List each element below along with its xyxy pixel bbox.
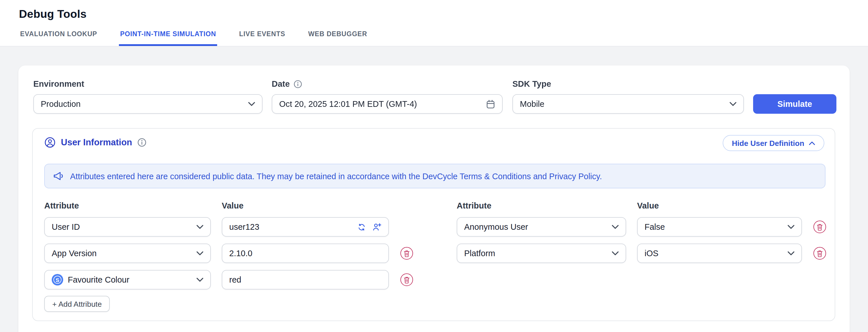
string-type-icon: S <box>52 274 63 285</box>
value-input-app-version[interactable]: 2.10.0 <box>222 244 389 263</box>
environment-select[interactable]: Production <box>33 94 262 114</box>
chevron-down-icon <box>787 251 795 255</box>
chevron-down-icon <box>248 102 255 106</box>
sdk-type-value: Mobile <box>520 99 730 109</box>
simulation-card: Environment Production Date Oct 20, 2025… <box>19 65 849 332</box>
attribute-select-favourite-colour[interactable]: S Favourite Colour <box>44 270 211 290</box>
value-input-favourite-colour[interactable]: red <box>222 270 389 290</box>
user-circle-icon <box>44 137 56 148</box>
attribute-select-user-id[interactable]: User ID <box>44 217 211 237</box>
sdk-type-select[interactable]: Mobile <box>513 94 744 114</box>
environment-value: Production <box>41 99 248 109</box>
chevron-down-icon <box>787 224 795 229</box>
simulate-button[interactable]: Simulate <box>753 94 836 114</box>
tab-evaluation-lookup[interactable]: EVALUATION LOOKUP <box>19 30 98 46</box>
date-label: Date <box>272 79 303 88</box>
trash-icon[interactable] <box>813 247 826 260</box>
value-input-user-id[interactable]: user123 <box>222 217 389 237</box>
page-title: Debug Tools <box>19 7 87 21</box>
chevron-down-icon <box>196 251 204 255</box>
hide-user-definition-button[interactable]: Hide User Definition <box>723 135 824 151</box>
megaphone-icon <box>53 171 64 182</box>
value-select-anonymous-user[interactable]: False <box>637 217 802 237</box>
chevron-down-icon <box>196 277 204 282</box>
trash-icon[interactable] <box>400 273 413 286</box>
chevron-down-icon <box>612 251 619 255</box>
chevron-down-icon <box>730 102 737 106</box>
date-input[interactable]: Oct 20, 2025 12:01 PM EDT (GMT-4) <box>272 94 503 114</box>
tab-bar: EVALUATION LOOKUP POINT-IN-TIME SIMULATI… <box>19 30 368 46</box>
tab-point-in-time-simulation[interactable]: POINT-IN-TIME SIMULATION <box>119 30 217 46</box>
attribute-row: App Version 2.10.0 Platform iOS <box>33 244 836 263</box>
chevron-down-icon <box>196 224 204 229</box>
environment-label: Environment <box>33 79 84 88</box>
date-value: Oct 20, 2025 12:01 PM EDT (GMT-4) <box>279 99 486 109</box>
attribute-column-header: Attribute <box>44 201 79 210</box>
attribute-column-header: Attribute <box>457 201 491 210</box>
info-icon[interactable] <box>137 138 147 147</box>
attribute-row: User ID user123 Anonymous User False <box>33 217 836 237</box>
add-user-icon[interactable] <box>372 222 381 232</box>
tab-live-events[interactable]: LIVE EVENTS <box>238 30 286 46</box>
attribute-select-app-version[interactable]: App Version <box>44 244 211 263</box>
trash-icon[interactable] <box>813 220 826 233</box>
attribute-select-platform[interactable]: Platform <box>457 244 626 263</box>
calendar-icon[interactable] <box>486 99 495 109</box>
value-select-platform[interactable]: iOS <box>637 244 802 263</box>
user-information-section: User Information Hide User Definition At… <box>32 128 835 321</box>
sdk-type-label: SDK Type <box>513 79 551 88</box>
add-attribute-button[interactable]: + Add Attribute <box>44 296 110 312</box>
chevron-up-icon <box>809 141 815 145</box>
chevron-down-icon <box>612 224 619 229</box>
attribute-row: S Favourite Colour red <box>33 270 836 290</box>
value-column-header: Value <box>637 201 659 210</box>
banner-text: Attributes entered here are considered p… <box>70 172 602 181</box>
user-information-title: User Information <box>44 137 147 148</box>
value-column-header: Value <box>222 201 244 210</box>
tab-web-debugger[interactable]: WEB DEBUGGER <box>307 30 368 46</box>
refresh-icon[interactable] <box>357 222 366 231</box>
trash-icon[interactable] <box>400 247 413 260</box>
page-header: Debug Tools EVALUATION LOOKUP POINT-IN-T… <box>0 0 868 47</box>
attribute-select-anonymous-user[interactable]: Anonymous User <box>457 217 626 237</box>
public-data-banner: Attributes entered here are considered p… <box>44 164 826 188</box>
info-icon[interactable] <box>294 80 303 88</box>
